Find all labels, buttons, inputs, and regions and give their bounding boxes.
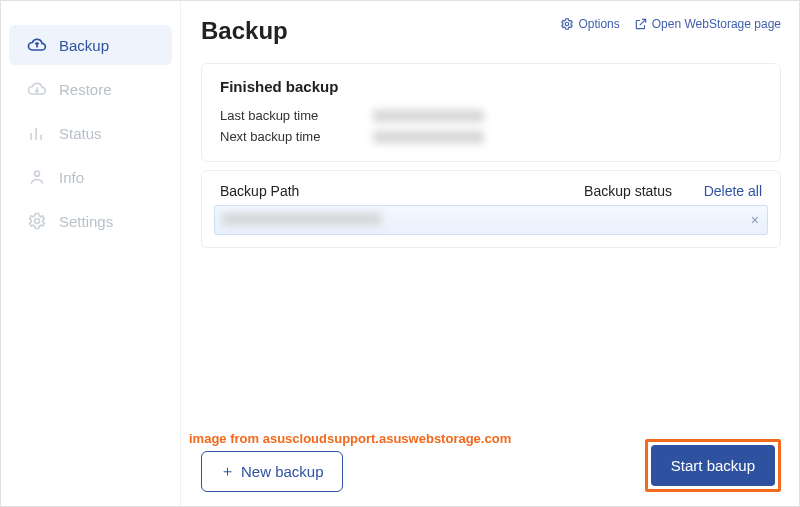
sidebar-item-status[interactable]: Status <box>9 113 172 153</box>
table-row[interactable]: ████████████ × <box>214 205 768 235</box>
main-area: Backup Options Open WebStorage page Fini… <box>181 1 799 506</box>
open-webstorage-label: Open WebStorage page <box>652 17 781 31</box>
options-label: Options <box>578 17 619 31</box>
options-link[interactable]: Options <box>560 17 619 31</box>
start-backup-button[interactable]: Start backup <box>651 445 775 486</box>
gear-icon <box>560 17 574 31</box>
backup-path-card: Backup Path Backup status Delete all ███… <box>201 170 781 248</box>
row-path-value: ████████████ <box>223 213 383 225</box>
cloud-upload-icon <box>27 35 47 55</box>
svg-point-1 <box>35 219 40 224</box>
sidebar-item-label: Info <box>59 169 84 186</box>
last-backup-label: Last backup time <box>220 108 350 123</box>
last-backup-value: ████████ <box>374 110 484 122</box>
row-remove-button[interactable]: × <box>669 212 759 228</box>
svg-point-2 <box>566 22 570 26</box>
cloud-download-icon <box>27 79 47 99</box>
sidebar-item-restore[interactable]: Restore <box>9 69 172 109</box>
sidebar-item-label: Status <box>59 125 102 142</box>
page-title: Backup <box>201 17 288 45</box>
next-backup-label: Next backup time <box>220 129 350 144</box>
new-backup-button[interactable]: ＋ New backup <box>201 451 343 492</box>
sidebar-item-label: Backup <box>59 37 109 54</box>
sidebar-item-info[interactable]: Info <box>9 157 172 197</box>
svg-point-0 <box>35 171 40 176</box>
next-backup-value: ████████ <box>374 131 484 143</box>
open-webstorage-link[interactable]: Open WebStorage page <box>634 17 781 31</box>
user-icon <box>27 167 47 187</box>
sidebar-item-label: Settings <box>59 213 113 230</box>
sidebar: Backup Restore Status Info Settings <box>1 1 181 506</box>
gear-icon <box>27 211 47 231</box>
finished-backup-card: Finished backup Last backup time ███████… <box>201 63 781 162</box>
external-link-icon <box>634 17 648 31</box>
plus-icon: ＋ <box>220 462 235 481</box>
finished-backup-title: Finished backup <box>220 78 762 95</box>
sidebar-item-label: Restore <box>59 81 112 98</box>
delete-all-link[interactable]: Delete all <box>672 183 762 199</box>
col-header-path: Backup Path <box>220 183 552 199</box>
sidebar-item-backup[interactable]: Backup <box>9 25 172 65</box>
new-backup-label: New backup <box>241 463 324 480</box>
sidebar-item-settings[interactable]: Settings <box>9 201 172 241</box>
col-header-status: Backup status <box>552 183 672 199</box>
bar-chart-icon <box>27 123 47 143</box>
header-actions: Options Open WebStorage page <box>560 17 781 31</box>
start-backup-highlight: Start backup <box>645 439 781 492</box>
